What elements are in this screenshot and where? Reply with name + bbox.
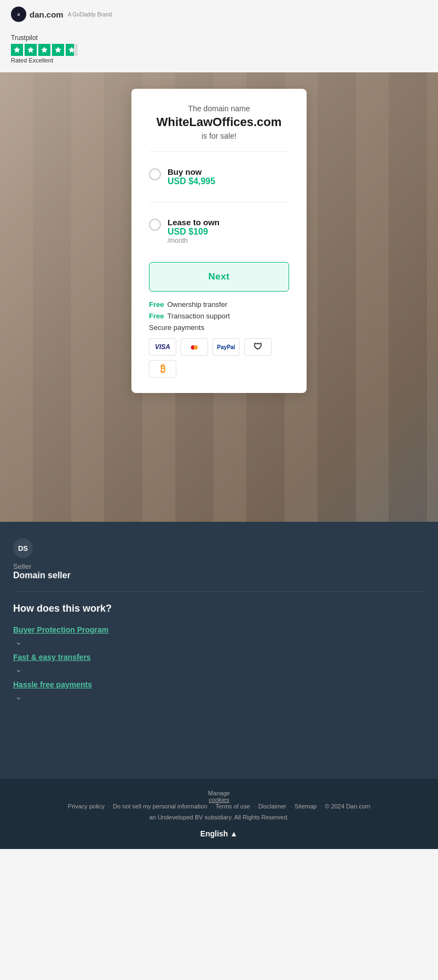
free-badge-2: Free <box>149 312 164 320</box>
trustpilot-stars <box>11 44 427 56</box>
copyright-text: © 2024 Dan.com <box>325 803 370 810</box>
terms-link[interactable]: Terms of use <box>216 803 250 810</box>
feature-2-text: Transaction support <box>167 312 229 320</box>
domain-intro-text: The domain name <box>149 104 289 113</box>
do-not-sell-link[interactable]: Do not sell my personal information <box>113 803 207 810</box>
buy-now-price: USD $4,995 <box>168 176 215 186</box>
star-4 <box>52 44 64 56</box>
feature-3: Secure payments <box>149 323 289 332</box>
domain-name-text: WhiteLawOffices.com <box>149 115 289 129</box>
buy-now-option[interactable]: Buy now USD $4,995 <box>149 161 289 193</box>
divider-1 <box>149 151 289 152</box>
seller-avatar: DS <box>13 538 33 558</box>
chevron-down-icon-2[interactable]: ⌄ <box>13 664 24 675</box>
star-3 <box>38 44 50 56</box>
chevron-down-icon-3[interactable]: ⌄ <box>13 691 24 702</box>
dan-logo-icon: d <box>11 7 26 22</box>
dot-1: · <box>108 803 110 810</box>
feature-2: Free Transaction support <box>149 312 289 320</box>
escrow-icon: 🛡 <box>244 338 272 356</box>
seller-name: Domain seller <box>13 571 425 580</box>
rated-excellent-text: Rated Excellent <box>11 57 427 64</box>
lease-radio[interactable] <box>149 219 161 231</box>
privacy-policy-link[interactable]: Privacy policy <box>68 803 105 810</box>
manage-cookies-col: Manage cookies <box>13 790 425 803</box>
star-2 <box>25 44 37 56</box>
star-1 <box>11 44 23 56</box>
accordion-item-3: Hassle free payments ⌄ <box>13 680 425 702</box>
lease-label: Lease to own <box>168 218 220 227</box>
seller-label: Seller <box>13 562 425 571</box>
footer-copy: an Undeveloped BV subsidiary. All Rights… <box>13 814 425 821</box>
lease-details: Lease to own USD $109 /month <box>168 218 220 244</box>
dan-logo: d dan.com A GoDaddy Brand <box>11 7 112 22</box>
accordion-item-2: Fast & easy transfers ⌄ <box>13 653 425 675</box>
header: d dan.com A GoDaddy Brand <box>0 0 438 29</box>
payment-icons: VISA ●● PayPal 🛡 ₿ <box>149 338 289 378</box>
features-list: Free Ownership transfer Free Transaction… <box>149 300 289 332</box>
bitcoin-icon: ₿ <box>149 360 176 378</box>
next-button[interactable]: Next <box>149 262 289 292</box>
section-divider <box>13 591 425 592</box>
feature-1: Free Ownership transfer <box>149 300 289 309</box>
svg-text:d: d <box>18 13 20 16</box>
accordion-item-1: Buyer Protection Program ⌄ <box>13 625 425 647</box>
lease-option[interactable]: Lease to own USD $109 /month <box>149 211 289 251</box>
accordion-link-1[interactable]: Buyer Protection Program <box>13 625 425 634</box>
accordion-link-3[interactable]: Hassle free payments <box>13 680 425 689</box>
divider-2 <box>149 202 289 202</box>
lease-price: USD $109 <box>168 227 220 237</box>
mastercard-icon: ●● <box>181 338 208 356</box>
domain-card: The domain name WhiteLawOffices.com is f… <box>131 89 307 393</box>
dot-2: · <box>211 803 212 810</box>
for-sale-text: is for sale! <box>149 132 289 140</box>
sitemap-link[interactable]: Sitemap <box>295 803 316 810</box>
dot-4: · <box>290 803 291 810</box>
dan-logo-text: dan.com <box>30 10 64 19</box>
buy-now-label: Buy now <box>168 167 215 176</box>
manage-cookies-label: Manage <box>208 790 230 796</box>
free-badge-1: Free <box>149 300 164 309</box>
chevron-down-icon-1[interactable]: ⌄ <box>13 636 24 647</box>
feature-3-text: Secure payments <box>149 323 204 332</box>
feature-1-text: Ownership transfer <box>167 300 227 309</box>
dark-section: DS Seller Domain seller How does this wo… <box>0 522 438 724</box>
footer-bottom: Manage cookies Privacy policy · Do not s… <box>0 779 438 849</box>
visa-icon: VISA <box>149 338 176 356</box>
star-5 <box>66 44 78 56</box>
footer-spacer <box>0 724 438 779</box>
accordion-link-2[interactable]: Fast & easy transfers <box>13 653 425 662</box>
cookies-label[interactable]: cookies <box>209 796 229 803</box>
lease-sub: /month <box>168 237 220 244</box>
disclaimer-link[interactable]: Disclaimer <box>258 803 286 810</box>
footer-links: Privacy policy · Do not sell my personal… <box>13 803 425 810</box>
dot-3: · <box>253 803 255 810</box>
hero-section: The domain name WhiteLawOffices.com is f… <box>0 72 438 522</box>
trustpilot-label: Trustpilot <box>11 34 427 42</box>
paypal-icon: PayPal <box>212 338 240 356</box>
how-works-title: How does this work? <box>13 603 425 614</box>
buy-now-radio[interactable] <box>149 168 161 180</box>
language-selector[interactable]: English ▲ <box>13 829 425 838</box>
trustpilot-section: Trustpilot Rated Excellent <box>0 29 438 72</box>
godaddy-brand-text: A GoDaddy Brand <box>68 12 112 18</box>
buy-now-details: Buy now USD $4,995 <box>168 167 215 186</box>
dot-5: · <box>320 803 321 810</box>
